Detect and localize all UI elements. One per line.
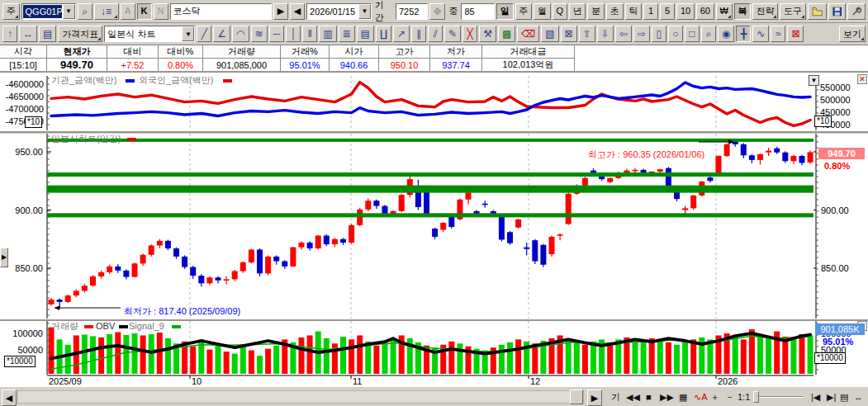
period-second-button[interactable]: 초 bbox=[606, 3, 624, 20]
speed-slider-thumb[interactable] bbox=[753, 391, 759, 403]
edit-region-icon[interactable]: ▧ bbox=[541, 26, 558, 42]
period-day-button[interactable]: 일 bbox=[496, 3, 514, 20]
chart-style-combo-dropdown-icon[interactable]: ▼ bbox=[182, 26, 194, 41]
resize-h-icon[interactable]: ↔ bbox=[852, 389, 865, 404]
chart-area[interactable]: -4600000-4650000-4700000-475000055000050… bbox=[0, 73, 868, 386]
channel-icon[interactable]: ∐ bbox=[376, 26, 391, 42]
stop-icon[interactable]: ■ bbox=[644, 389, 653, 404]
shift-right-icon[interactable]: ⇨ bbox=[633, 26, 650, 42]
shift-left-icon[interactable]: ⇦ bbox=[615, 26, 632, 42]
chart-kind-button[interactable]: 주 bbox=[2, 3, 20, 20]
angle-line-icon[interactable]: ∠ bbox=[213, 26, 230, 42]
fast-forward-icon[interactable]: ▶▶ bbox=[658, 389, 676, 404]
trendline-icon[interactable]: ╱ bbox=[197, 26, 211, 42]
date-combo-value[interactable]: 2026/01/15 bbox=[307, 4, 358, 19]
prev-symbol-button[interactable]: ◀ bbox=[290, 3, 305, 20]
auto-analysis-icon[interactable]: ∿A bbox=[692, 389, 709, 404]
delete-draw-icon[interactable]: ╳ bbox=[462, 26, 477, 42]
vlines-icon[interactable]: ‖ bbox=[302, 26, 317, 42]
open-file-button[interactable] bbox=[808, 3, 827, 20]
ga-mode-icon[interactable]: 기 bbox=[609, 389, 622, 404]
settings-wrench-button[interactable] bbox=[847, 3, 866, 20]
left-expand-button[interactable]: ▶ bbox=[0, 248, 8, 267]
market-k-button[interactable]: K bbox=[137, 3, 152, 20]
clear-chart-icon[interactable]: ⊠ bbox=[561, 26, 577, 42]
brush-icon[interactable]: ≋ bbox=[251, 26, 268, 42]
shift-down-icon[interactable]: ⇩ bbox=[597, 26, 614, 42]
won-button[interactable]: ₩ bbox=[716, 3, 733, 20]
memo-edit-icon[interactable]: ▤ bbox=[39, 26, 56, 42]
symbol-code-combo-value[interactable]: QGG01P bbox=[23, 5, 62, 18]
period-10-button[interactable]: 10 bbox=[676, 3, 695, 20]
chart-scrollbar-thumb[interactable] bbox=[570, 389, 583, 404]
chart-style-combo[interactable]: 일본식 차트▼ bbox=[104, 26, 195, 42]
parallel-lines-icon[interactable]: ∥ bbox=[411, 26, 426, 42]
period-month-button[interactable]: 월 bbox=[534, 3, 551, 20]
shift-up-icon[interactable]: ⇧ bbox=[579, 26, 595, 42]
panel-collapse-icon[interactable]: ▼ bbox=[809, 75, 819, 86]
date-combo-dropdown-icon[interactable]: ▼ bbox=[358, 4, 371, 19]
dense-vlines-icon[interactable]: ▥ bbox=[319, 26, 336, 42]
ratio-1to1-button[interactable]: 1:1 bbox=[736, 389, 752, 404]
hline-icon[interactable]: ─ bbox=[269, 26, 285, 42]
save-button[interactable] bbox=[828, 3, 847, 20]
period-60-button[interactable]: 60 bbox=[696, 3, 714, 20]
zoom-candle-icon[interactable]: ◉ bbox=[718, 26, 734, 42]
grid-lines-icon[interactable]: ≣ bbox=[339, 26, 355, 42]
edit-memo-icon[interactable]: ▤ bbox=[838, 389, 850, 404]
goto-end-button[interactable]: ▶| bbox=[825, 389, 837, 404]
symbol-name-input[interactable]: 코스닥 bbox=[170, 3, 272, 20]
market-n-button[interactable]: N bbox=[154, 3, 168, 20]
vline-icon[interactable]: │ bbox=[286, 26, 301, 42]
eraser-icon[interactable]: ⌫ bbox=[517, 26, 539, 42]
tools-button[interactable]: 도구 bbox=[780, 3, 805, 20]
speed-slider-track[interactable] bbox=[753, 396, 803, 398]
top-panel-close-icon[interactable]: ✕ bbox=[857, 74, 867, 84]
rect-draw-icon[interactable]: □ bbox=[685, 26, 700, 42]
zoom-in-button[interactable]: ＋ bbox=[709, 389, 721, 404]
scale-up-icon[interactable]: ↑ bbox=[2, 26, 17, 42]
scale-width-icon[interactable]: ↔ bbox=[19, 26, 37, 42]
period-1-button[interactable]: 1 bbox=[643, 3, 658, 20]
count-input[interactable]: 85 bbox=[461, 3, 495, 20]
wave-compare-icon[interactable]: ≈ bbox=[771, 26, 785, 42]
symbol-code-combo[interactable]: QGG01P▼ bbox=[21, 3, 76, 20]
fan-line-icon[interactable]: ◠ bbox=[232, 26, 249, 42]
fit-arrows-icon[interactable]: ✥ bbox=[429, 3, 446, 20]
scroll-right-button[interactable]: ▶ bbox=[587, 389, 602, 406]
symbol-code-combo-dropdown-icon[interactable]: ▼ bbox=[63, 4, 75, 19]
period-input[interactable]: 7252 bbox=[396, 3, 428, 20]
period-q-button[interactable]: Q bbox=[553, 3, 567, 20]
chart-scrollbar-track[interactable] bbox=[17, 390, 584, 404]
date-combo[interactable]: 2026/01/15▼ bbox=[306, 3, 372, 20]
goto-start-button[interactable]: |◀ bbox=[809, 389, 822, 404]
chart-canvas[interactable]: -4600000-4650000-4700000-475000055000050… bbox=[0, 73, 868, 386]
period-5-button[interactable]: 5 bbox=[660, 3, 675, 20]
period-year-button[interactable]: 년 bbox=[569, 3, 586, 20]
strategy-button[interactable]: 전략 bbox=[752, 3, 778, 20]
grid-right-icon[interactable]: ▤ bbox=[357, 26, 374, 42]
period-tick-button[interactable]: 틱 bbox=[625, 3, 643, 20]
zoom-area-icon[interactable]: ⌕ bbox=[701, 26, 716, 42]
parallel3-icon[interactable]: ⫽ bbox=[428, 26, 443, 42]
replay-chart-icon[interactable]: ▦ bbox=[677, 389, 689, 404]
search-icon-button[interactable]: ⌕ bbox=[78, 3, 92, 20]
sort-list-button[interactable]: ↓≡ bbox=[94, 3, 119, 20]
period-minute-button[interactable]: 분 bbox=[587, 3, 605, 20]
period-week-button[interactable]: 주 bbox=[515, 3, 533, 20]
scroll-left-button[interactable]: ◀ bbox=[2, 389, 17, 406]
multi-chart-button[interactable]: 복 bbox=[734, 3, 752, 20]
chart-style-combo-value[interactable]: 일본식 차트 bbox=[105, 26, 182, 41]
zigzag-icon[interactable]: ∿ bbox=[752, 26, 769, 42]
market-a-button[interactable]: A bbox=[121, 3, 135, 20]
circle-draw-icon[interactable]: ○ bbox=[668, 26, 683, 42]
zoom-out-button[interactable]: － bbox=[723, 389, 736, 404]
palette-icon[interactable]: ▩ bbox=[498, 26, 515, 42]
crosshair-icon[interactable]: ╋ bbox=[736, 26, 751, 42]
next-symbol-button[interactable]: ▶ bbox=[273, 3, 288, 20]
chart-box-icon[interactable]: ⊠ bbox=[787, 26, 804, 42]
exit-door-icon[interactable]: ▯ bbox=[652, 26, 666, 42]
pencil-icon[interactable]: ✎ bbox=[444, 26, 461, 42]
rewind-icon[interactable]: ◀◀ bbox=[624, 389, 642, 404]
dot-trend-icon[interactable]: ↗ bbox=[393, 26, 410, 42]
